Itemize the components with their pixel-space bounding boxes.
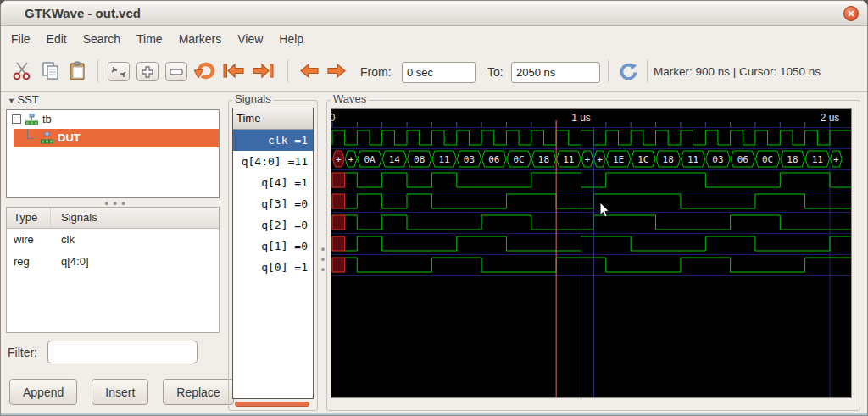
paste-icon[interactable] xyxy=(67,61,89,85)
time-column-header: Time xyxy=(233,108,313,130)
mouse-pointer-icon xyxy=(600,202,609,217)
svg-text:0C: 0C xyxy=(514,154,525,165)
menu-item-markers[interactable]: Markers xyxy=(179,32,222,46)
zoom-fit-button[interactable] xyxy=(108,62,130,81)
zoom-to-start-icon[interactable] xyxy=(221,61,247,85)
signal-row-4[interactable]: q[2] =0 xyxy=(233,214,313,236)
zoom-in-button[interactable] xyxy=(136,62,159,81)
waves-frame-label: Waves xyxy=(331,92,369,105)
sst-disclosure[interactable]: ▼ SST xyxy=(8,93,39,106)
signal-row-1[interactable]: q[4:0] =11 xyxy=(233,151,313,172)
signal-type: reg xyxy=(14,255,30,268)
toolbar: From: To: Marker: 900 ns | Cursor: 1050 … xyxy=(1,51,867,92)
to-label: To: xyxy=(487,65,504,79)
signal-name: clk xyxy=(61,233,75,246)
wave-canvas[interactable]: 01 us2 us++0A14081103060C1811++1E1C18110… xyxy=(331,108,852,398)
svg-text:18: 18 xyxy=(787,154,798,165)
svg-text:11: 11 xyxy=(563,154,574,165)
tree-item-label: DUT xyxy=(58,131,81,144)
insert-button[interactable]: Insert xyxy=(92,379,148,405)
cut-icon[interactable] xyxy=(11,61,33,85)
svg-text:06: 06 xyxy=(488,154,499,165)
tree-item-dut[interactable]: DUT xyxy=(14,129,219,147)
svg-text:+: + xyxy=(336,154,342,165)
replace-button[interactable]: Replace xyxy=(163,379,233,405)
shift-right-icon[interactable] xyxy=(325,61,350,85)
zoom-out-button[interactable] xyxy=(165,62,187,81)
svg-text:03: 03 xyxy=(712,154,723,165)
signal-browser-rows: wireclkregq[4:0] xyxy=(7,229,219,273)
signals-list: Time clk =1q[4:0] =11q[4] =1q[3] =0q[2] … xyxy=(232,108,314,399)
menu-bar: FileEditSearchTimeMarkersViewHelp xyxy=(1,26,867,51)
signal-type: wire xyxy=(14,233,34,246)
svg-text:+: + xyxy=(833,154,839,165)
append-button[interactable]: Append xyxy=(9,379,77,405)
svg-text:11: 11 xyxy=(687,154,698,165)
sst-label: SST xyxy=(17,93,38,106)
tree-item-label: tb xyxy=(42,113,52,125)
shift-left-icon[interactable] xyxy=(296,61,321,85)
wave-canvas-svg[interactable]: 01 us2 us++0A14081103060C1811++1E1C18110… xyxy=(331,109,851,397)
svg-text:0C: 0C xyxy=(762,154,773,165)
column-header-type[interactable]: Type xyxy=(14,211,37,224)
menu-item-edit[interactable]: Edit xyxy=(47,32,67,46)
column-header-signals[interactable]: Signals xyxy=(55,211,97,224)
svg-text:0A: 0A xyxy=(364,154,376,165)
sst-tree: tb DUT xyxy=(6,109,220,198)
svg-text:18: 18 xyxy=(663,154,674,165)
filter-input[interactable] xyxy=(47,341,198,363)
signal-browser-header: Type Signals xyxy=(7,208,219,229)
signals-hscrollbar-thumb[interactable] xyxy=(235,402,309,407)
action-buttons: AppendInsertReplace xyxy=(9,379,218,405)
menu-item-view[interactable]: View xyxy=(237,32,263,46)
signal-row-6[interactable]: q[0] =1 xyxy=(233,257,313,278)
signal-browser-row[interactable]: regq[4:0] xyxy=(7,251,219,273)
svg-text:08: 08 xyxy=(414,154,425,165)
triangle-down-icon: ▼ xyxy=(8,97,17,105)
svg-text:+: + xyxy=(597,154,603,165)
title-bar[interactable]: GTKWave - out.vcd ✕ xyxy=(1,1,867,26)
menu-item-time[interactable]: Time xyxy=(136,32,163,46)
signal-row-3[interactable]: q[3] =0 xyxy=(233,193,313,214)
signals-rows: clk =1q[4:0] =11q[4] =1q[3] =0q[2] =0q[1… xyxy=(233,130,313,278)
svg-text:14: 14 xyxy=(389,154,401,165)
signal-row-0[interactable]: clk =1 xyxy=(233,130,313,151)
signal-name: q[4:0] xyxy=(61,255,89,268)
zoom-undo-icon[interactable] xyxy=(192,61,218,85)
svg-text:+: + xyxy=(585,154,591,165)
ruler-label: 1 us xyxy=(571,112,591,124)
tree-item-tb[interactable]: tb xyxy=(7,110,219,129)
svg-text:11: 11 xyxy=(812,154,823,165)
zoom-to-end-icon[interactable] xyxy=(250,61,275,85)
menu-item-help[interactable]: Help xyxy=(279,32,303,46)
signal-browser: Type Signals wireclkregq[4:0] xyxy=(6,207,220,333)
expander-minus-icon[interactable] xyxy=(12,114,21,124)
filter-label: Filter: xyxy=(8,346,37,359)
from-input[interactable] xyxy=(402,62,476,83)
menu-item-search[interactable]: Search xyxy=(83,32,120,46)
hierarchy-icon xyxy=(41,132,53,145)
ruler-label: 0 xyxy=(331,112,336,124)
svg-text:1E: 1E xyxy=(613,154,624,165)
marker-cursor-status: Marker: 900 ns | Cursor: 1050 ns xyxy=(654,65,821,78)
svg-text:+: + xyxy=(348,154,354,165)
window-title: GTKWave - out.vcd xyxy=(25,6,141,20)
close-button[interactable]: ✕ xyxy=(843,6,859,21)
svg-text:03: 03 xyxy=(464,154,475,165)
signal-row-2[interactable]: q[4] =1 xyxy=(233,172,313,193)
reload-icon[interactable] xyxy=(616,61,640,86)
column-divider xyxy=(50,208,51,228)
to-input[interactable] xyxy=(511,62,600,83)
gtkwave-window: GTKWave - out.vcd ✕ FileEditSearchTimeMa… xyxy=(0,0,868,416)
toolbar-separator xyxy=(97,60,98,82)
svg-text:11: 11 xyxy=(438,154,449,165)
toolbar-separator xyxy=(647,60,648,82)
hierarchy-icon xyxy=(25,114,38,126)
ruler-label: 2 us xyxy=(821,112,840,124)
signal-browser-row[interactable]: wireclk xyxy=(7,229,219,251)
menu-item-file[interactable]: File xyxy=(11,32,31,46)
toolbar-separator xyxy=(608,60,609,82)
copy-icon[interactable] xyxy=(40,61,62,85)
signal-row-5[interactable]: q[1] =0 xyxy=(233,236,313,257)
svg-text:1C: 1C xyxy=(637,154,648,165)
